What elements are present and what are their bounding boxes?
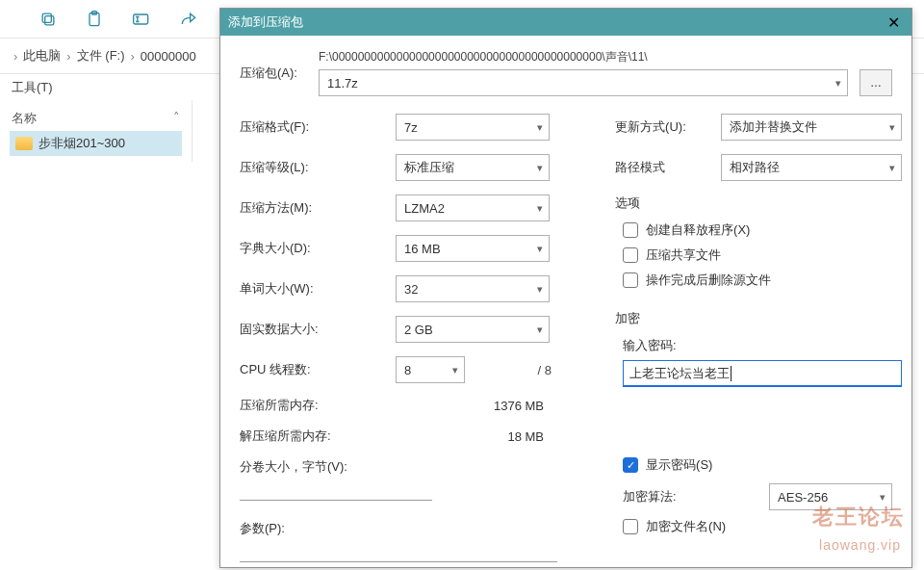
algo-label: 加密算法: xyxy=(615,488,759,505)
chevron-right-icon: › xyxy=(131,49,135,64)
option-sfx[interactable]: 创建自释放程序(X) xyxy=(623,221,902,239)
mem-decompress-label: 解压缩所需内存: xyxy=(240,428,396,445)
update-select[interactable]: 添加并替换文件▾ xyxy=(721,114,902,141)
chevron-down-icon: ▾ xyxy=(889,121,895,134)
dialog-titlebar[interactable]: 添加到压缩包 ✕ xyxy=(220,9,911,36)
params-label: 参数(P): xyxy=(240,520,592,537)
list-item-label: 步非烟201~300 xyxy=(38,135,125,152)
chevron-down-icon: ▾ xyxy=(537,202,543,215)
watermark-text: 老王论坛 xyxy=(812,503,905,531)
format-label: 压缩格式(F): xyxy=(240,118,396,136)
chevron-up-icon: ˄ xyxy=(173,110,180,124)
cpu-label: CPU 线程数: xyxy=(240,361,396,378)
checkbox-icon xyxy=(623,222,638,238)
chevron-down-icon: ▾ xyxy=(452,364,458,376)
pathmode-label: 路径模式 xyxy=(615,159,721,176)
column-header-name[interactable]: 名称 ˄ xyxy=(10,106,182,131)
checkbox-icon xyxy=(623,519,638,534)
password-input[interactable]: 上老王论坛当老王 xyxy=(623,360,902,387)
update-label: 更新方式(U): xyxy=(615,118,721,136)
format-select[interactable]: 7z▾ xyxy=(396,114,550,141)
folder-icon xyxy=(15,137,33,150)
breadcrumb-pc[interactable]: 此电脑 xyxy=(23,47,61,65)
chevron-down-icon: ▾ xyxy=(537,243,543,255)
archive-name-select[interactable]: 11.7z ▾ xyxy=(319,69,848,96)
svg-rect-0 xyxy=(45,15,54,24)
dict-select[interactable]: 16 MB▾ xyxy=(396,235,550,262)
chevron-down-icon: ▾ xyxy=(889,162,895,174)
svg-rect-1 xyxy=(42,13,51,22)
svg-rect-4 xyxy=(134,14,148,24)
method-select[interactable]: LZMA2▾ xyxy=(396,194,550,221)
add-to-archive-dialog: 添加到压缩包 ✕ 压缩包(A): F:\00000000000000000000… xyxy=(219,8,912,568)
chevron-down-icon: ▾ xyxy=(880,491,886,504)
solid-select[interactable]: 2 GB▾ xyxy=(396,316,550,343)
word-label: 单词大小(W): xyxy=(240,280,396,298)
dict-label: 字典大小(D): xyxy=(240,240,396,257)
mem-decompress-value: 18 MB xyxy=(396,429,550,444)
file-list-panel: 名称 ˄ 步非烟201~300 xyxy=(0,100,192,162)
list-item[interactable]: 步非烟201~300 xyxy=(10,131,182,156)
copy-icon[interactable] xyxy=(38,10,58,29)
column-header-label: 名称 xyxy=(12,111,37,125)
chevron-down-icon: ▾ xyxy=(537,121,543,134)
breadcrumb-folder[interactable]: 00000000 xyxy=(141,49,196,64)
method-label: 压缩方法(M): xyxy=(240,199,396,217)
browse-button[interactable]: … xyxy=(860,69,892,96)
dialog-title: 添加到压缩包 xyxy=(228,13,883,31)
chevron-down-icon: ▾ xyxy=(537,162,543,174)
level-select[interactable]: 标准压缩▾ xyxy=(396,154,550,181)
solid-label: 固实数据大小: xyxy=(240,321,396,338)
checkbox-icon xyxy=(623,272,638,288)
close-icon[interactable]: ✕ xyxy=(883,13,904,32)
level-label: 压缩等级(L): xyxy=(240,159,396,176)
chevron-down-icon: ▾ xyxy=(835,77,841,90)
option-shared[interactable]: 压缩共享文件 xyxy=(623,246,902,264)
archive-name-value: 11.7z xyxy=(327,76,358,91)
archive-path: F:\0000000000000000000000000000000000000… xyxy=(319,49,892,65)
text-cursor xyxy=(731,366,732,381)
option-delete-after[interactable]: 操作完成后删除源文件 xyxy=(623,272,902,289)
watermark-url: laowang.vip xyxy=(819,537,901,553)
word-select[interactable]: 32▾ xyxy=(396,275,550,302)
cpu-total: / 8 xyxy=(478,363,552,377)
mem-compress-label: 压缩所需内存: xyxy=(240,397,396,414)
password-value: 上老王论坛当老王 xyxy=(629,365,730,382)
cpu-select[interactable]: 8▾ xyxy=(396,356,465,383)
paste-icon[interactable] xyxy=(85,10,104,29)
pathmode-select[interactable]: 相对路径▾ xyxy=(721,154,902,181)
rename-icon[interactable] xyxy=(131,10,152,29)
split-label: 分卷大小，字节(V): xyxy=(240,458,592,476)
chevron-down-icon: ▾ xyxy=(537,324,543,336)
share-icon[interactable] xyxy=(179,10,198,29)
breadcrumb-drive[interactable]: 文件 (F:) xyxy=(77,47,125,65)
option-show-password[interactable]: 显示密码(S) xyxy=(623,456,902,474)
chevron-down-icon: ▾ xyxy=(537,283,543,296)
archive-label: 压缩包(A): xyxy=(240,49,309,82)
chevron-right-icon: › xyxy=(66,49,70,64)
checkbox-checked-icon xyxy=(623,457,638,473)
split-input[interactable] xyxy=(240,481,432,501)
chevron-right-icon: › xyxy=(13,49,17,64)
encryption-header: 加密 xyxy=(615,310,902,327)
options-header: 选项 xyxy=(615,194,902,212)
checkbox-icon xyxy=(623,247,638,263)
mem-compress-value: 1376 MB xyxy=(396,399,550,413)
params-input[interactable] xyxy=(240,543,557,562)
password-label: 输入密码: xyxy=(623,337,902,354)
